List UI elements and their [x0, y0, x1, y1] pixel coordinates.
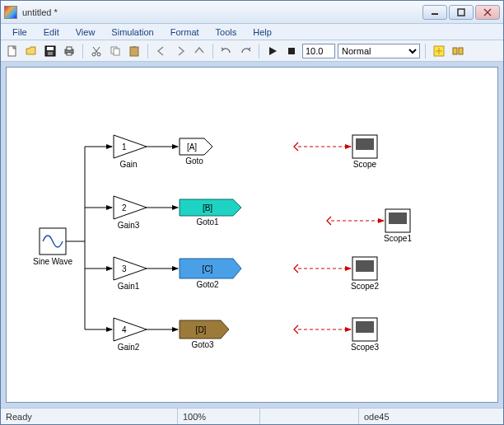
build-button[interactable] [431, 43, 447, 59]
app-window: untitled * File Edit View Simulation For… [0, 0, 504, 425]
svg-rect-9 [67, 47, 72, 50]
svg-text:[A]: [A] [187, 142, 197, 152]
from-terminator-4 [294, 325, 298, 334]
gain2-label: Gain2 [118, 343, 140, 352]
gain3-block[interactable]: 2 [114, 196, 147, 219]
minimize-button[interactable] [422, 5, 447, 20]
scope2-block[interactable] [352, 257, 377, 280]
scope3-block[interactable] [352, 318, 377, 341]
svg-rect-10 [67, 53, 72, 55]
goto-block[interactable]: [A] [180, 138, 212, 155]
menu-tools[interactable]: Tools [209, 26, 244, 39]
menu-bar: File Edit View Simulation Format Tools H… [1, 24, 503, 40]
svg-rect-46 [389, 212, 407, 224]
svg-rect-24 [453, 48, 457, 54]
svg-rect-20 [288, 48, 295, 54]
toolbar: Normal [1, 40, 503, 62]
paste-button[interactable] [126, 43, 142, 59]
svg-rect-16 [114, 49, 119, 55]
svg-rect-17 [130, 47, 138, 56]
scope-label: Scope [353, 160, 376, 169]
scope1-block[interactable] [385, 209, 410, 232]
status-ready: Ready [1, 409, 178, 424]
menu-edit[interactable]: Edit [37, 26, 66, 39]
scope1-label: Scope1 [384, 234, 412, 243]
stop-button[interactable] [283, 43, 300, 59]
forward-button[interactable] [172, 43, 189, 59]
svg-rect-55 [356, 260, 374, 272]
gain2-block[interactable]: 4 [114, 318, 147, 341]
svg-rect-18 [133, 46, 136, 48]
scope-block[interactable] [352, 135, 377, 158]
menu-file[interactable]: File [6, 26, 34, 39]
maximize-button[interactable] [449, 5, 474, 20]
gain1-label: Gain1 [118, 282, 140, 291]
svg-text:2: 2 [122, 203, 127, 212]
new-button[interactable] [4, 43, 21, 59]
save-button[interactable] [42, 43, 58, 59]
app-icon [4, 6, 17, 19]
menu-format[interactable]: Format [164, 26, 206, 39]
goto2-block[interactable]: [C] [180, 259, 241, 278]
copy-button[interactable] [107, 43, 124, 59]
open-button[interactable] [23, 43, 40, 59]
sine-wave-block[interactable] [40, 228, 66, 255]
gain1-block[interactable]: 3 [114, 257, 147, 280]
goto3-label: Goto3 [191, 340, 213, 349]
stop-time-input[interactable] [302, 44, 335, 58]
simulation-mode-select[interactable]: Normal [338, 44, 420, 58]
gain3-label: Gain3 [118, 221, 140, 230]
svg-marker-30 [114, 135, 147, 158]
library-button[interactable] [450, 43, 466, 59]
goto-label: Goto [185, 156, 203, 166]
scope3-label: Scope3 [351, 343, 379, 352]
svg-text:1: 1 [122, 142, 127, 152]
close-button[interactable] [475, 5, 500, 20]
gain-label: Gain [119, 160, 137, 169]
svg-rect-7 [48, 52, 53, 55]
svg-rect-64 [356, 321, 374, 333]
cut-button[interactable] [88, 43, 105, 59]
from-terminator-1 [294, 142, 298, 151]
from-terminator-2 [327, 217, 331, 225]
scope2-label: Scope2 [351, 282, 379, 291]
svg-text:4: 4 [122, 325, 127, 334]
from-terminator-3 [294, 264, 298, 273]
svg-rect-6 [47, 47, 54, 50]
svg-text:[D]: [D] [196, 325, 207, 334]
svg-marker-19 [269, 47, 277, 55]
canvas-area: 1 [A] 2 [1, 62, 503, 408]
sine-label: Sine Wave [33, 257, 72, 266]
goto1-block[interactable]: [B] [180, 199, 241, 216]
up-button[interactable] [191, 43, 208, 59]
run-button[interactable] [264, 43, 281, 59]
status-empty [260, 409, 359, 424]
undo-button[interactable] [218, 43, 235, 59]
svg-marker-39 [114, 196, 147, 219]
svg-text:[C]: [C] [203, 264, 213, 273]
svg-text:[B]: [B] [203, 203, 212, 212]
svg-marker-48 [114, 257, 147, 280]
menu-simulation[interactable]: Simulation [105, 26, 160, 39]
menu-help[interactable]: Help [246, 26, 278, 39]
diagram-svg: 1 [A] 2 [7, 68, 498, 403]
svg-marker-57 [114, 318, 147, 341]
svg-point-14 [97, 53, 100, 56]
back-button[interactable] [153, 43, 170, 59]
svg-rect-1 [458, 9, 464, 16]
gain-block[interactable]: 1 [114, 135, 147, 158]
redo-button[interactable] [237, 43, 254, 59]
status-zoom: 100% [178, 409, 260, 424]
goto1-label: Goto1 [196, 217, 218, 227]
model-canvas[interactable]: 1 [A] 2 [6, 67, 498, 403]
print-button[interactable] [61, 43, 77, 59]
window-title: untitled * [22, 7, 58, 17]
svg-text:3: 3 [122, 264, 127, 273]
menu-view[interactable]: View [69, 26, 102, 39]
svg-rect-25 [459, 48, 463, 54]
svg-rect-37 [356, 138, 374, 150]
svg-point-13 [92, 53, 96, 56]
status-bar: Ready 100% ode45 [1, 408, 503, 424]
goto2-label: Goto2 [196, 280, 218, 289]
goto3-block[interactable]: [D] [180, 320, 229, 339]
